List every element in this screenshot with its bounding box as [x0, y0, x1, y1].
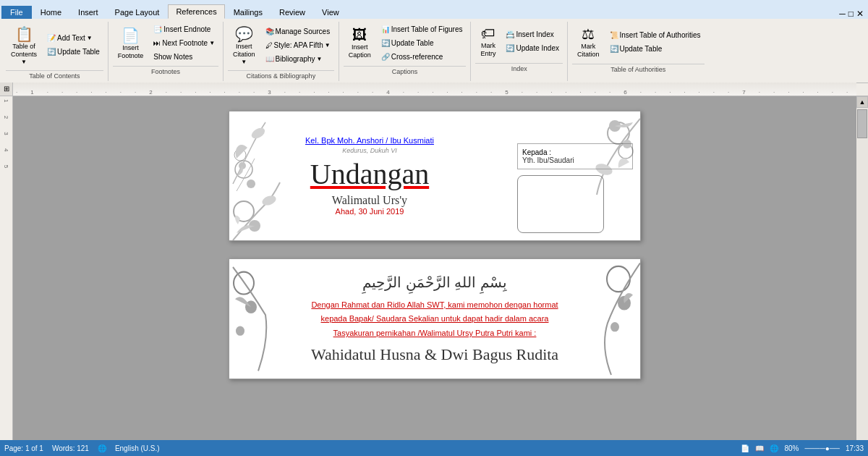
update-index-icon: 🔄 — [506, 44, 514, 52]
floral-top-right-decoration — [561, 111, 640, 198]
status-bar: Page: 1 of 1 Words: 121 🌐 English (U.S.)… — [0, 440, 868, 456]
svg-point-12 — [261, 194, 278, 207]
svg-point-9 — [594, 161, 613, 177]
invitation-title: Undangan — [305, 157, 434, 191]
zoom-level: 80% — [784, 444, 799, 452]
document-wrapper: Kel. Bpk Moh. Anshori / Ibu Kusmiati Ked… — [229, 111, 641, 456]
update-table-icon: 🔄 — [47, 48, 56, 56]
citation-icon: 💬 — [235, 25, 253, 43]
family-name: Kel. Bpk Moh. Anshori / Ibu Kusmiati — [305, 135, 434, 146]
status-bar-right: 📄 📖 🌐 80% ────●── 17:33 — [741, 444, 864, 452]
ruler-corner[interactable]: ⊞ — [0, 83, 13, 96]
right-scrollbar[interactable]: ▲ ▼ — [856, 96, 868, 456]
ruler-vertical-icon: 1 2 3 4 5 — [3, 99, 9, 174]
maximize-icon[interactable]: □ — [848, 9, 854, 19]
language-icon: 🌐 — [98, 444, 106, 452]
minimize-icon[interactable]: ─ — [839, 9, 846, 19]
zoom-slider[interactable]: ────●── — [804, 444, 840, 452]
ribbon-group-authorities: ⚖ MarkCitation 📜 Insert Table of Authori… — [568, 22, 709, 81]
next-footnote-icon: ⏭ — [153, 39, 161, 47]
word-count: Words: 121 — [52, 444, 89, 452]
ribbon-group-citations: 💬 InsertCitation ▼ 📚 Manage Sources 🖊 St… — [224, 22, 339, 81]
mark-citation-button[interactable]: ⚖ MarkCitation — [572, 23, 605, 61]
layout-web-icon[interactable]: 🌐 — [770, 444, 778, 452]
tab-home[interactable]: Home — [33, 5, 69, 19]
index-group-label: Index — [475, 63, 563, 72]
document-area[interactable]: Kel. Bpk Moh. Anshori / Ibu Kusmiati Ked… — [13, 96, 856, 456]
ribbon: 📋 Table ofContents ▼ 📝 Add Text ▼ 🔄 Upda… — [0, 19, 868, 83]
tab-insert[interactable]: Insert — [70, 5, 106, 19]
tab-view[interactable]: View — [314, 5, 347, 19]
toc-dropdown-icon: ▼ — [21, 59, 27, 65]
citations-group-label: Citations & Bibliography — [228, 70, 334, 80]
toc-group-label: Table of Contents — [6, 70, 103, 80]
family-address: Kedurus, Dukuh VI — [305, 147, 434, 154]
ruler-area: ⊞ ·1·······2·······3·······4·······5····… — [0, 83, 868, 96]
add-text-icon: 📝 — [47, 34, 56, 42]
footnote-icon: 📄 — [122, 27, 140, 44]
caption-icon: 🖼 — [352, 27, 367, 43]
invitation-body-line3: Tasyakuran pernikahan /Walimatul Ursy Pu… — [244, 326, 626, 341]
invitation-date: Ahad, 30 Juni 2019 — [305, 207, 434, 216]
insert-index-icon: 📇 — [506, 30, 514, 38]
scroll-up-button[interactable]: ▲ — [856, 96, 868, 108]
scrollbar-thumb[interactable] — [857, 109, 867, 138]
page-info: Page: 1 of 1 — [4, 444, 43, 452]
style-icon: 🖊 — [265, 41, 273, 49]
cross-ref-icon: 🔗 — [381, 53, 390, 61]
endnote-icon: 📑 — [153, 25, 162, 33]
insert-table-figures-button[interactable]: 📊 Insert Table of Figures — [378, 23, 467, 35]
manage-sources-icon: 📚 — [265, 28, 274, 35]
ruler: ·1·······2·······3·······4·······5······… — [13, 83, 856, 96]
tab-review[interactable]: Review — [271, 5, 313, 19]
document-page-1: Kel. Bpk Moh. Anshori / Ibu Kusmiati Ked… — [229, 111, 641, 241]
scrollbar-track[interactable] — [856, 108, 868, 456]
svg-point-8 — [623, 140, 631, 148]
ribbon-group-index: 🏷 MarkEntry 📇 Insert Index 🔄 Update Inde… — [471, 22, 568, 81]
ribbon-group-captions: 🖼 InsertCaption 📊 Insert Table of Figure… — [339, 22, 472, 81]
insert-caption-button[interactable]: 🖼 InsertCaption — [344, 25, 376, 62]
page-separator — [229, 247, 641, 253]
style-button[interactable]: 🖊 Style: APA Fifth ▼ — [262, 39, 334, 51]
left-sidebar: 1 2 3 4 5 — [0, 96, 13, 456]
layout-print-icon[interactable]: 📄 — [741, 444, 749, 452]
document-page-2: بِسْمِ اللهِ الرَّحْمَنِ الرَّحِيمِ Deng… — [229, 258, 641, 379]
layout-reading-icon[interactable]: 📖 — [755, 444, 764, 452]
mark-entry-button[interactable]: 🏷 MarkEntry — [475, 23, 501, 60]
insert-endnote-button[interactable]: 📑 Insert Endnote — [150, 23, 218, 35]
update-authorities-icon: 🔄 — [610, 45, 618, 53]
update-index-button[interactable]: 🔄 Update Index — [502, 42, 563, 54]
manage-sources-button[interactable]: 📚 Manage Sources — [262, 25, 334, 38]
update-captions-icon: 🔄 — [381, 39, 390, 47]
toc-row: 📋 Table ofContents ▼ 📝 Add Text ▼ 🔄 Upda… — [6, 23, 103, 67]
ribbon-group-footnotes: 📄 InsertFootnote 📑 Insert Endnote ⏭ Next… — [109, 22, 224, 81]
insert-citation-button[interactable]: 💬 InsertCitation ▼ — [228, 23, 260, 67]
tab-references[interactable]: References — [168, 4, 224, 19]
tab-file[interactable]: File — [1, 6, 32, 19]
invitation-body-line1: Dengan Rahmat dan Ridlo Allah SWT, kami … — [244, 298, 626, 313]
insert-index-button[interactable]: 📇 Insert Index — [502, 28, 563, 41]
arabic-text: بِسْمِ اللهِ الرَّحْمَنِ الرَّحِيمِ — [244, 274, 626, 291]
toc-icon: 📋 — [15, 25, 33, 43]
next-footnote-button[interactable]: ⏭ Next Footnote ▼ — [150, 37, 218, 49]
update-table-button[interactable]: 🔄 Update Table — [43, 46, 103, 58]
show-notes-button[interactable]: Show Notes — [150, 51, 218, 63]
invite-lower-section: بِسْمِ اللهِ الرَّحْمَنِ الرَّحِيمِ Deng… — [229, 259, 640, 379]
update-authorities-button[interactable]: 🔄 Update Table — [606, 43, 705, 55]
table-of-contents-button[interactable]: 📋 Table ofContents ▼ — [6, 23, 42, 67]
floral-bottom-left-decoration — [229, 168, 294, 240]
bibliography-button[interactable]: 📖 Bibliography ▼ — [262, 53, 334, 65]
update-table-captions-button[interactable]: 🔄 Update Table — [378, 37, 467, 49]
insert-authorities-icon: 📜 — [610, 31, 618, 39]
tab-bar: File Home Insert Page Layout References … — [0, 0, 868, 19]
authorities-group-label: Table of Authorities — [572, 64, 705, 73]
clock: 17:33 — [846, 444, 864, 452]
insert-authorities-button[interactable]: 📜 Insert Table of Authorities — [606, 29, 705, 41]
walimatul-subtitle: Walimatul Urs'y — [305, 194, 434, 207]
tab-page-layout[interactable]: Page Layout — [107, 5, 168, 19]
cross-reference-button[interactable]: 🔗 Cross-reference — [378, 51, 467, 63]
insert-footnote-button[interactable]: 📄 InsertFootnote — [113, 25, 149, 62]
close-icon[interactable]: ✕ — [856, 9, 864, 19]
tab-mailings[interactable]: Mailings — [226, 5, 271, 19]
add-text-button[interactable]: 📝 Add Text ▼ — [43, 32, 103, 44]
